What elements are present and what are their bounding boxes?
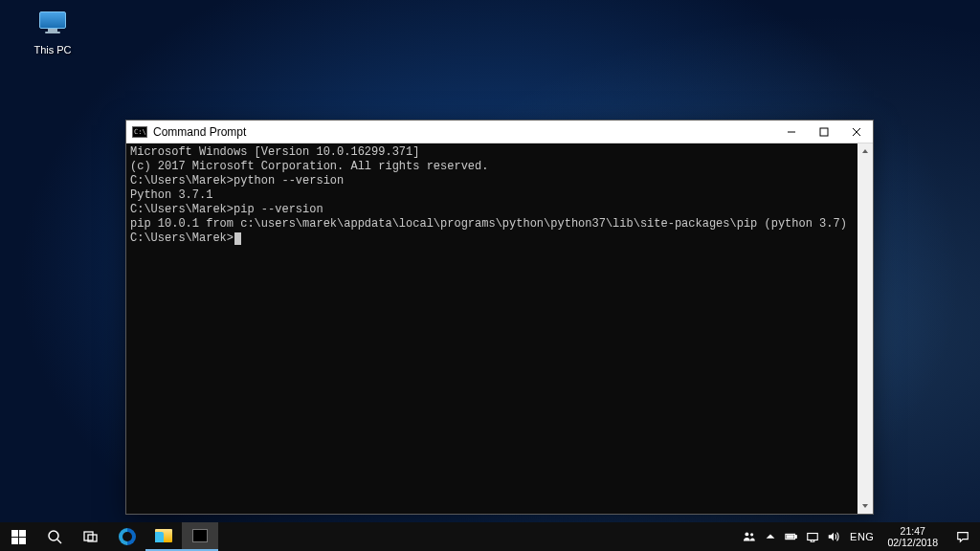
windows-logo-icon [11, 530, 26, 544]
tray-people-button[interactable] [739, 522, 760, 551]
svg-point-1 [49, 531, 58, 540]
svg-rect-0 [820, 128, 828, 136]
task-view-button[interactable] [73, 522, 109, 551]
tray-network[interactable] [802, 522, 823, 551]
terminal-output[interactable]: Microsoft Windows [Version 10.0.16299.37… [126, 143, 858, 514]
desktop[interactable]: This PC Command Prompt Microsoft Windows… [0, 0, 980, 551]
scroll-up-button[interactable] [858, 143, 873, 159]
svg-rect-9 [808, 534, 818, 540]
tray-clock[interactable]: 21:47 02/12/2018 [880, 522, 946, 551]
scroll-track[interactable] [858, 159, 873, 498]
tray-overflow-button[interactable] [760, 522, 781, 551]
file-explorer-icon [155, 529, 172, 542]
titlebar[interactable]: Command Prompt [126, 121, 873, 143]
notification-icon [956, 530, 969, 543]
search-icon [47, 529, 62, 544]
people-icon [743, 530, 756, 543]
system-tray: ENG 21:47 02/12/2018 [739, 522, 980, 551]
svg-rect-8 [787, 535, 794, 539]
terminal-line: C:\Users\Marek>pip --version [130, 203, 854, 217]
scrollbar[interactable] [858, 143, 873, 514]
cmd-icon [192, 529, 208, 542]
cmd-icon [132, 126, 147, 138]
svg-rect-7 [795, 536, 796, 539]
terminal-line: C:\Users\Marek> [130, 231, 854, 246]
clock-date: 02/12/2018 [887, 537, 938, 548]
network-icon [806, 530, 819, 543]
clock-time: 21:47 [887, 525, 938, 537]
svg-point-5 [750, 533, 753, 536]
language-indicator: ENG [850, 531, 874, 542]
tray-battery[interactable] [781, 522, 802, 551]
maximize-button[interactable] [808, 121, 840, 143]
taskbar-app-cmd[interactable] [182, 522, 218, 551]
desktop-icon-this-pc[interactable]: This PC [19, 11, 86, 55]
minimize-button[interactable] [775, 121, 808, 143]
terminal-line: Microsoft Windows [Version 10.0.16299.37… [130, 145, 854, 160]
taskbar-app-edge[interactable] [109, 522, 145, 551]
terminal-line: pip 10.0.1 from c:\users\marek\appdata\l… [130, 217, 854, 231]
tray-volume[interactable] [823, 522, 844, 551]
task-view-icon [83, 529, 99, 544]
desktop-icon-label: This PC [33, 44, 71, 55]
scroll-down-button[interactable] [858, 498, 873, 514]
chevron-up-icon [764, 530, 777, 543]
edge-icon [119, 528, 136, 545]
volume-icon [827, 530, 840, 543]
battery-icon [785, 530, 798, 543]
this-pc-icon [36, 11, 69, 40]
terminal-line: Python 3.7.1 [130, 188, 854, 203]
close-button[interactable] [840, 121, 873, 143]
taskbar-app-file-explorer[interactable] [145, 522, 182, 551]
terminal-line: C:\Users\Marek>python --version [130, 174, 854, 188]
terminal-line: (c) 2017 Microsoft Corporation. All righ… [130, 160, 854, 174]
terminal-cursor [234, 232, 241, 245]
tray-language[interactable]: ENG [844, 522, 880, 551]
start-button[interactable] [0, 522, 36, 551]
taskbar: ENG 21:47 02/12/2018 [0, 522, 980, 551]
tray-action-center[interactable] [946, 522, 980, 551]
svg-point-4 [746, 532, 749, 536]
window-title: Command Prompt [153, 125, 246, 139]
command-prompt-window: Command Prompt Microsoft Windows [Versio… [125, 120, 874, 515]
search-button[interactable] [36, 522, 73, 551]
